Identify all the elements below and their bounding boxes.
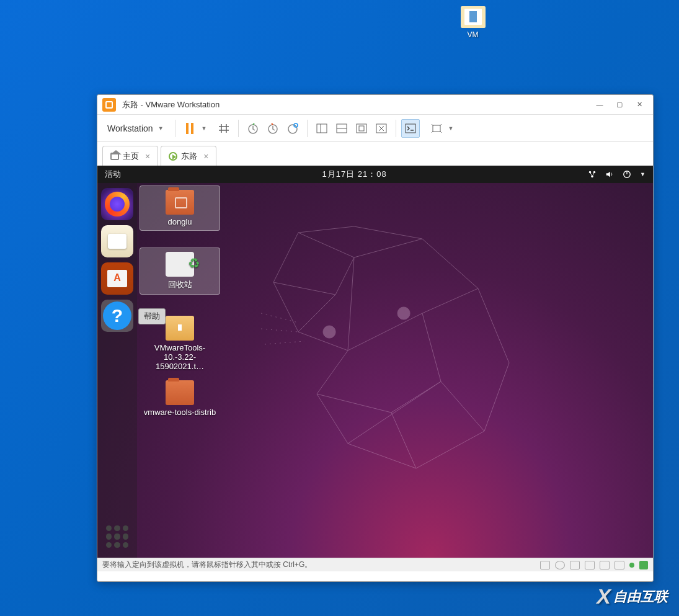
status-bar: 要将输入定向到该虚拟机，请将鼠标指针移入其中或按 Ctrl+G。 <box>97 558 653 571</box>
dock-files[interactable] <box>101 225 133 257</box>
status-dot-icon <box>629 563 634 568</box>
folder-icon <box>166 380 194 405</box>
volume-icon <box>605 170 614 179</box>
sound-icon[interactable] <box>600 561 610 569</box>
status-icons <box>540 561 648 569</box>
apps-grid-icon <box>106 525 128 548</box>
window-controls: — ▢ ✕ <box>591 98 648 112</box>
ubuntu-wallpaper-art <box>261 220 528 481</box>
cd-rom-icon[interactable] <box>555 561 565 569</box>
watermark-text: 自由互联 <box>613 587 668 606</box>
power-icon <box>623 170 631 179</box>
vmware-window: 东路 - VMware Workstation — ▢ ✕ Workstatio… <box>97 94 654 582</box>
desktop-item-label: vmware-tools-distrib <box>143 408 216 417</box>
activities-button[interactable]: 活动 <box>105 169 121 180</box>
system-tray[interactable]: ▼ <box>588 170 646 179</box>
watermark: X 自由互联 <box>597 584 668 609</box>
ubuntu-topbar: 活动 1月17日 21：08 ▼ <box>97 166 653 183</box>
ubuntu-desktop[interactable]: donglu 回收站 VMwareTools-10.-3.22-15902021… <box>137 183 653 558</box>
workstation-menu[interactable]: Workstation ▼ <box>101 120 170 137</box>
tab-home[interactable]: 主页 × <box>102 146 158 166</box>
view-fullscreen-button[interactable] <box>352 119 371 138</box>
snapshot-manager-button[interactable] <box>283 119 302 138</box>
desktop-item-label: VMwareTools-10.-3.22-15902021.t… <box>143 343 216 371</box>
home-folder-icon <box>166 190 194 215</box>
vmware-logo-icon <box>102 98 116 112</box>
dock-software[interactable] <box>101 262 133 295</box>
svg-rect-11 <box>406 124 415 133</box>
network-icon <box>588 170 597 179</box>
desktop-trash[interactable]: 回收站 <box>140 248 220 295</box>
folder-icon <box>461 6 486 28</box>
printer-icon[interactable] <box>585 561 595 569</box>
chevron-down-icon: ▼ <box>158 125 164 132</box>
desktop-item-label: donglu <box>144 217 216 226</box>
trash-icon <box>166 252 194 277</box>
files-icon <box>108 234 126 249</box>
svg-rect-4 <box>317 124 327 133</box>
guest-display[interactable]: 活动 1月17日 21：08 ▼ 帮助 <box>97 166 653 558</box>
view-split-button[interactable] <box>332 119 351 138</box>
desktop-folder-vm[interactable]: VM <box>450 6 496 39</box>
snapshot-button[interactable] <box>244 119 262 138</box>
help-icon <box>103 301 131 330</box>
svg-rect-9 <box>359 126 364 131</box>
vm-running-icon <box>169 152 177 161</box>
network-adapter-icon[interactable] <box>570 561 580 569</box>
svg-rect-8 <box>357 124 366 133</box>
chevron-down-icon[interactable]: ▼ <box>202 125 207 132</box>
message-indicator-icon[interactable] <box>639 561 648 569</box>
home-icon <box>110 153 119 160</box>
tooltip: 帮助 <box>138 308 166 324</box>
view-single-button[interactable] <box>313 119 331 138</box>
close-button[interactable]: ✕ <box>631 98 648 112</box>
workstation-menu-label: Workstation <box>107 123 153 133</box>
desktop-home-folder[interactable]: donglu <box>140 185 220 231</box>
minimize-button[interactable]: — <box>591 98 608 112</box>
console-view-button[interactable] <box>401 119 420 138</box>
dock-help[interactable]: 帮助 <box>101 300 133 332</box>
desktop-folder-label: VM <box>450 30 496 39</box>
clock[interactable]: 1月17日 21：08 <box>121 169 588 180</box>
chevron-down-icon: ▼ <box>640 171 646 177</box>
dock-firefox[interactable] <box>101 188 133 220</box>
window-title: 东路 - VMware Workstation <box>122 99 591 110</box>
tab-vm[interactable]: 东路 × <box>161 146 216 166</box>
toolbar: Workstation ▼ ▼ ▼ <box>97 115 653 142</box>
dock: 帮助 <box>97 183 137 558</box>
title-bar: 东路 - VMware Workstation — ▢ ✕ <box>97 95 653 115</box>
ubuntu-body: 帮助 <box>97 183 653 558</box>
toolbar-divider <box>175 120 175 137</box>
watermark-logo-icon: X <box>597 584 611 609</box>
svg-rect-12 <box>433 125 440 132</box>
software-icon <box>107 270 127 287</box>
tabs: 主页 × 东路 × <box>97 142 653 166</box>
firefox-icon <box>105 192 130 216</box>
stretch-button[interactable] <box>427 119 446 138</box>
tab-label: 东路 <box>181 151 197 162</box>
send-ctrl-alt-del-button[interactable] <box>215 119 233 138</box>
chevron-down-icon[interactable]: ▼ <box>448 125 454 132</box>
display-icon[interactable] <box>615 561 624 569</box>
dock-show-apps[interactable] <box>101 520 133 553</box>
desktop-item-label: 回收站 <box>144 279 216 290</box>
pause-button[interactable] <box>180 119 199 138</box>
view-unity-button[interactable] <box>372 119 391 138</box>
maximize-button[interactable]: ▢ <box>611 98 628 112</box>
snapshot-revert-button[interactable] <box>264 119 282 138</box>
tab-close-icon[interactable]: × <box>145 151 150 161</box>
desktop-folder-vmware-tools-distrib[interactable]: vmware-tools-distrib <box>140 377 220 421</box>
hard-drive-icon[interactable] <box>540 561 550 569</box>
svg-point-2 <box>288 125 297 133</box>
tab-close-icon[interactable]: × <box>203 151 208 161</box>
status-hint: 要将输入定向到该虚拟机，请将鼠标指针移入其中或按 Ctrl+G。 <box>102 560 540 570</box>
archive-icon <box>166 316 194 341</box>
tab-label: 主页 <box>123 151 139 162</box>
